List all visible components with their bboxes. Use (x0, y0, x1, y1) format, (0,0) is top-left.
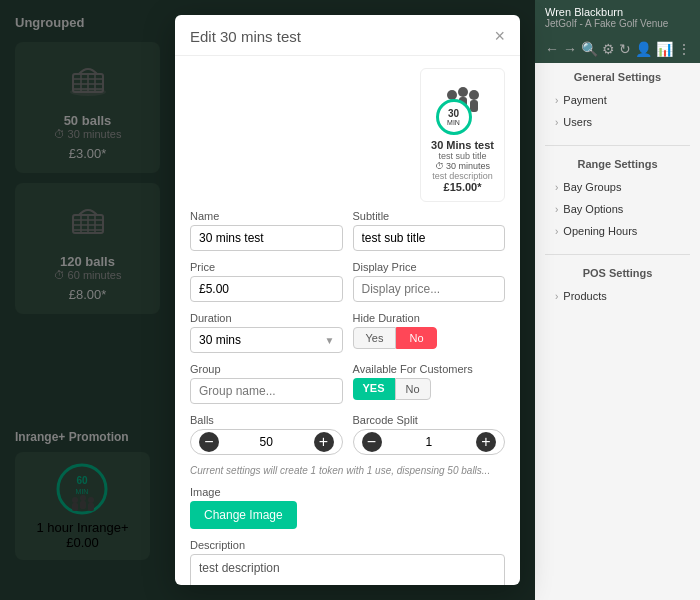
available-toggle: YES No (353, 378, 506, 400)
price-label: Price (190, 261, 343, 273)
preview-badge-unit: MIN (447, 119, 460, 126)
group-group: Group (190, 363, 343, 404)
pos-settings-section: POS Settings › Products (535, 259, 700, 315)
display-price-group: Display Price (353, 261, 506, 302)
barcode-increment-button[interactable]: + (476, 432, 496, 452)
sidebar-venue: JetGolf - A Fake Golf Venue (545, 18, 668, 29)
group-available-row: Group Available For Customers YES No (190, 363, 505, 404)
general-settings-title: General Settings (545, 71, 690, 83)
preview-badge-number: 30 (448, 109, 459, 119)
barcode-split-label: Barcode Split (353, 414, 506, 426)
duration-row: Duration 30 mins 60 mins 90 mins 120 min… (190, 312, 505, 353)
balls-decrement-button[interactable]: − (199, 432, 219, 452)
sidebar-item-bay-groups[interactable]: › Bay Groups (545, 176, 690, 198)
hide-duration-no-button[interactable]: No (396, 327, 436, 349)
sidebar-header: Wren Blackburn JetGolf - A Fake Golf Ven… (535, 0, 700, 35)
sidebar-item-bay-options[interactable]: › Bay Options (545, 198, 690, 220)
balls-group: Balls − 50 + (190, 414, 343, 455)
image-label: Image (190, 486, 505, 498)
preview-description: test description (429, 171, 496, 181)
sidebar-divider-1 (545, 145, 690, 146)
image-section: Image Change Image (190, 486, 505, 529)
sidebar-toolbar: ← → 🔍 ⚙ ↻ 👤 📊 ⋮ (535, 35, 700, 63)
name-subtitle-row: Name Subtitle (190, 210, 505, 251)
preview-title: 30 Mins test (429, 139, 496, 151)
range-settings-section: Range Settings › Bay Groups › Bay Option… (535, 150, 700, 250)
description-section: Description test description (190, 539, 505, 585)
svg-point-28 (469, 90, 479, 100)
sidebar-users-label: Users (563, 116, 592, 128)
preview-card: 30 MIN 30 Mins test test sub title ⏱ 30 … (420, 68, 505, 202)
hide-duration-yes-button[interactable]: Yes (353, 327, 397, 349)
sidebar-user: Wren Blackburn (545, 6, 668, 18)
barcode-value: 1 (382, 435, 477, 449)
chevron-icon-5: › (555, 226, 558, 237)
display-price-label: Display Price (353, 261, 506, 273)
hide-duration-label: Hide Duration (353, 312, 506, 324)
name-group: Name (190, 210, 343, 251)
description-label: Description (190, 539, 505, 551)
chart-icon[interactable]: 📊 (656, 41, 673, 57)
description-textarea[interactable]: test description (190, 554, 505, 585)
price-input[interactable] (190, 276, 343, 302)
refresh-icon[interactable]: ↻ (619, 41, 631, 57)
hint-text: Current settings will create 1 token wit… (190, 465, 505, 476)
duration-select-wrapper: 30 mins 60 mins 90 mins 120 mins ▼ (190, 327, 343, 353)
balls-increment-button[interactable]: + (314, 432, 334, 452)
name-input[interactable] (190, 225, 343, 251)
duration-select[interactable]: 30 mins 60 mins 90 mins 120 mins (190, 327, 343, 353)
sidebar-item-opening-hours[interactable]: › Opening Hours (545, 220, 690, 242)
sidebar-bay-options-label: Bay Options (563, 203, 623, 215)
user-icon[interactable]: 👤 (635, 41, 652, 57)
duration-label: Duration (190, 312, 343, 324)
group-label: Group (190, 363, 343, 375)
available-group: Available For Customers YES No (353, 363, 506, 404)
display-price-input[interactable] (353, 276, 506, 302)
sidebar-divider-2 (545, 254, 690, 255)
sidebar-item-products[interactable]: › Products (545, 285, 690, 307)
range-settings-title: Range Settings (545, 158, 690, 170)
sidebar-item-users[interactable]: › Users (545, 111, 690, 133)
price-group: Price (190, 261, 343, 302)
chevron-icon-6: › (555, 291, 558, 302)
sidebar-products-label: Products (563, 290, 606, 302)
sidebar-item-payment[interactable]: › Payment (545, 89, 690, 111)
right-sidebar: Wren Blackburn JetGolf - A Fake Golf Ven… (535, 0, 700, 600)
barcode-split-group: Barcode Split − 1 + (353, 414, 506, 455)
available-label: Available For Customers (353, 363, 506, 375)
hide-duration-toggle: Yes No (353, 327, 506, 349)
preview-time: ⏱ 30 minutes (429, 161, 496, 171)
chevron-icon-3: › (555, 182, 558, 193)
sidebar-bay-groups-label: Bay Groups (563, 181, 621, 193)
group-input[interactable] (190, 378, 343, 404)
back-icon[interactable]: ← (545, 41, 559, 57)
edit-modal: Edit 30 mins test × 30 MIN (175, 15, 520, 585)
modal-body: 30 MIN 30 Mins test test sub title ⏱ 30 … (175, 56, 520, 585)
chevron-icon: › (555, 95, 558, 106)
forward-icon[interactable]: → (563, 41, 577, 57)
barcode-stepper: − 1 + (353, 429, 506, 455)
modal-title: Edit 30 mins test (190, 28, 301, 45)
preview-price: £15.00* (429, 181, 496, 193)
svg-point-26 (458, 87, 468, 97)
settings-icon[interactable]: ⚙ (602, 41, 615, 57)
sidebar-opening-hours-label: Opening Hours (563, 225, 637, 237)
barcode-decrement-button[interactable]: − (362, 432, 382, 452)
subtitle-input[interactable] (353, 225, 506, 251)
change-image-button[interactable]: Change Image (190, 501, 297, 529)
pos-settings-title: POS Settings (545, 267, 690, 279)
chevron-icon-4: › (555, 204, 558, 215)
duration-group: Duration 30 mins 60 mins 90 mins 120 min… (190, 312, 343, 353)
available-yes-button[interactable]: YES (353, 378, 395, 400)
search-icon[interactable]: 🔍 (581, 41, 598, 57)
modal-subtitle: 30 mins test (220, 28, 301, 45)
more-icon[interactable]: ⋮ (677, 41, 691, 57)
general-settings-section: General Settings › Payment › Users (535, 63, 700, 141)
subtitle-group: Subtitle (353, 210, 506, 251)
subtitle-label: Subtitle (353, 210, 506, 222)
sidebar-payment-label: Payment (563, 94, 606, 106)
name-label: Name (190, 210, 343, 222)
chevron-icon-2: › (555, 117, 558, 128)
modal-close-button[interactable]: × (494, 27, 505, 45)
available-no-button[interactable]: No (395, 378, 431, 400)
